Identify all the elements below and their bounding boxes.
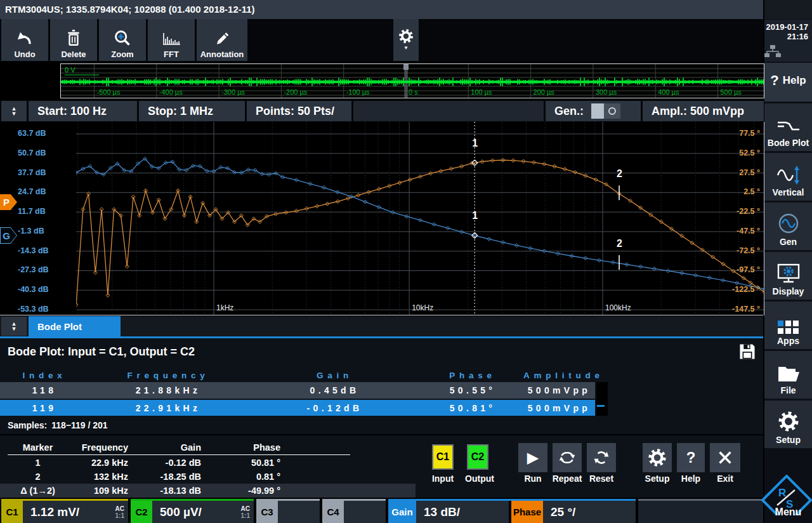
gen-toggle[interactable] bbox=[591, 103, 620, 119]
sidebar-item-file[interactable]: File bbox=[764, 351, 812, 399]
input-channel-button[interactable]: C1 bbox=[432, 444, 454, 470]
input-label: Input bbox=[422, 473, 463, 484]
undo-button[interactable]: Undo bbox=[1, 19, 48, 61]
close-icon bbox=[717, 450, 733, 465]
sidebar: 2019-01-17 21:16 ? Help Bode Plot Vertic… bbox=[764, 0, 812, 523]
gain-reference-marker[interactable]: G bbox=[0, 227, 17, 244]
device-title: RTM3004US; 1335.8794K04; 102088 (01.400 … bbox=[5, 4, 255, 15]
channel-c1-label[interactable]: C1 bbox=[1, 501, 23, 523]
gain-scale-value[interactable]: 13 dB/ bbox=[416, 501, 509, 523]
sidebar-item-apps[interactable]: Apps bbox=[764, 301, 812, 349]
gain-axis-label: -14.3 dB bbox=[18, 246, 49, 255]
gain-scale-label[interactable]: Gain bbox=[388, 501, 416, 523]
zoom-button[interactable]: Zoom bbox=[99, 19, 146, 61]
output-channel-button[interactable]: C2 bbox=[467, 444, 488, 470]
network-icon bbox=[764, 45, 808, 58]
result-title: Bode Plot: Input = C1, Output = C2 bbox=[8, 345, 195, 359]
phase-axis-label: -97.5 ° bbox=[722, 265, 760, 274]
points-field[interactable]: Points: 50 Pts/ bbox=[247, 101, 351, 121]
amplitude-field[interactable]: Ampl.: 500 mVpp bbox=[643, 101, 764, 121]
date-text: 2019-01-17 bbox=[764, 22, 808, 32]
sidebar-item-help[interactable]: ? Help bbox=[764, 63, 812, 102]
delete-button[interactable]: Delete bbox=[50, 19, 97, 61]
frequency-axis-label: 100kHz bbox=[605, 303, 631, 312]
param-filler bbox=[353, 101, 544, 121]
phase-scale-label[interactable]: Phase bbox=[511, 501, 543, 523]
marker-header-rule bbox=[8, 454, 350, 455]
sidebar-item-display[interactable]: Display bbox=[764, 252, 812, 300]
repeat-label: Repeat bbox=[549, 473, 585, 484]
phase-axis-label: -47.5 ° bbox=[722, 227, 760, 235]
scrollbar-thumb[interactable] bbox=[597, 405, 605, 407]
sidebar-item-gen[interactable]: Gen bbox=[764, 202, 812, 250]
phase-scale-value[interactable]: 25 °/ bbox=[543, 501, 636, 523]
param-scroll-button[interactable]: ▲▼ bbox=[1, 101, 27, 121]
exit-label: Exit bbox=[710, 473, 740, 484]
question-icon: ? bbox=[686, 449, 696, 467]
down-arrow-icon: ▼ bbox=[11, 326, 17, 331]
tab-scroll-button[interactable]: ▲▼ bbox=[1, 317, 27, 336]
play-icon: ▶ bbox=[527, 450, 539, 465]
stop-frequency-field[interactable]: Stop: 1 MHz bbox=[139, 101, 245, 121]
setup-button[interactable] bbox=[643, 443, 672, 472]
table-scrollbar[interactable] bbox=[596, 382, 608, 416]
time-axis-label: 200 µs bbox=[534, 88, 555, 96]
marker-row-delta: Δ (1→2) 109 kHz -18.13 dB -49.99 ° bbox=[8, 484, 350, 498]
display-icon bbox=[776, 263, 801, 284]
bode-plot-area[interactable]: 1kHz10kHz100kHz1122 63.7 dB50.7 dB37.7 d… bbox=[0, 122, 763, 315]
channel-c3-settings[interactable] bbox=[278, 501, 320, 523]
phase-axis-label: -122.5 ° bbox=[722, 285, 760, 294]
sidebar-item-vertical[interactable]: Vertical bbox=[764, 153, 812, 201]
gen-toggle-field[interactable]: Gen.: bbox=[546, 101, 641, 121]
toolbar: Undo Delete Zoom FFT Annotation ▼ bbox=[0, 19, 763, 62]
phase-axis-label: -72.5 ° bbox=[722, 246, 760, 255]
channel-c1-settings[interactable]: 1.12 mV/ AC1:1 bbox=[23, 501, 128, 523]
time-axis-label: 0 s bbox=[409, 88, 418, 96]
channel-c2-label[interactable]: C2 bbox=[131, 501, 152, 523]
marker-table-header: Marker Frequency Gain Phase bbox=[8, 440, 350, 454]
pencil-icon bbox=[214, 27, 230, 50]
reset-icon bbox=[593, 449, 610, 466]
fft-button[interactable]: FFT bbox=[148, 19, 195, 61]
marker-row-2: 2 132 kHz -18.25 dB 0.81 ° bbox=[8, 470, 350, 484]
run-label: Run bbox=[518, 473, 547, 484]
time-axis-label: -200 µs bbox=[284, 88, 307, 96]
tab-bode-plot[interactable]: Bode Plot bbox=[29, 316, 121, 336]
time-axis-label: 300 µs bbox=[596, 88, 617, 96]
phase-axis-label: 27.5 ° bbox=[722, 168, 760, 177]
frequency-axis-label: 1kHz bbox=[216, 303, 233, 312]
exit-button[interactable] bbox=[710, 443, 740, 472]
channel-c3-label[interactable]: C3 bbox=[256, 501, 278, 523]
waveform-strip[interactable]: 0 V-500 µs-400 µs-300 µs-200 µs-100 µs0 … bbox=[60, 63, 764, 98]
menu-button[interactable]: RS Menu bbox=[764, 476, 812, 523]
gain-axis-label: 24.7 dB bbox=[18, 187, 46, 196]
phase-reference-marker[interactable]: P bbox=[0, 194, 17, 210]
help-button[interactable]: ? bbox=[677, 443, 705, 472]
repeat-button[interactable] bbox=[553, 443, 582, 472]
annotation-button[interactable]: Annotation bbox=[197, 19, 247, 61]
phase-axis-label: 52.5 ° bbox=[722, 149, 760, 157]
bode-response-icon bbox=[776, 117, 801, 136]
reset-button[interactable] bbox=[587, 443, 616, 472]
gain-axis-label: -27.3 dB bbox=[18, 265, 49, 274]
save-icon[interactable] bbox=[738, 342, 757, 361]
channel-c4-settings[interactable] bbox=[344, 501, 386, 523]
spectrum-icon bbox=[162, 27, 181, 50]
phase-axis-label: -147.5 ° bbox=[722, 305, 760, 314]
gear-icon bbox=[647, 447, 667, 468]
sidebar-item-bode-plot[interactable]: Bode Plot bbox=[764, 103, 812, 151]
channel-c2-settings[interactable]: 500 µV/ AC1:1 bbox=[152, 501, 254, 523]
time-axis-label: -300 µs bbox=[221, 88, 245, 96]
gain-axis-label: 63.7 dB bbox=[18, 129, 46, 138]
run-button[interactable]: ▶ bbox=[518, 443, 547, 472]
table-row[interactable]: 118 21.88kHz 0.45dB 50.55° 500mVpp bbox=[0, 382, 595, 399]
channel-c4-label[interactable]: C4 bbox=[322, 501, 344, 523]
phase-axis-label: 77.5 ° bbox=[722, 129, 760, 138]
sidebar-item-setup[interactable]: Setup bbox=[764, 401, 812, 448]
table-row-selected[interactable]: 119 22.91kHz -0.12dB 50.81° 500mVpp bbox=[0, 400, 595, 416]
repeat-icon bbox=[558, 449, 577, 466]
start-frequency-field[interactable]: Start: 100 Hz bbox=[29, 101, 137, 121]
toolbar-config-button[interactable]: ▼ bbox=[393, 19, 419, 61]
bode-param-bar: ▲▼ Start: 100 Hz Stop: 1 MHz Points: 50 … bbox=[0, 100, 763, 122]
reset-label: Reset bbox=[585, 473, 618, 484]
